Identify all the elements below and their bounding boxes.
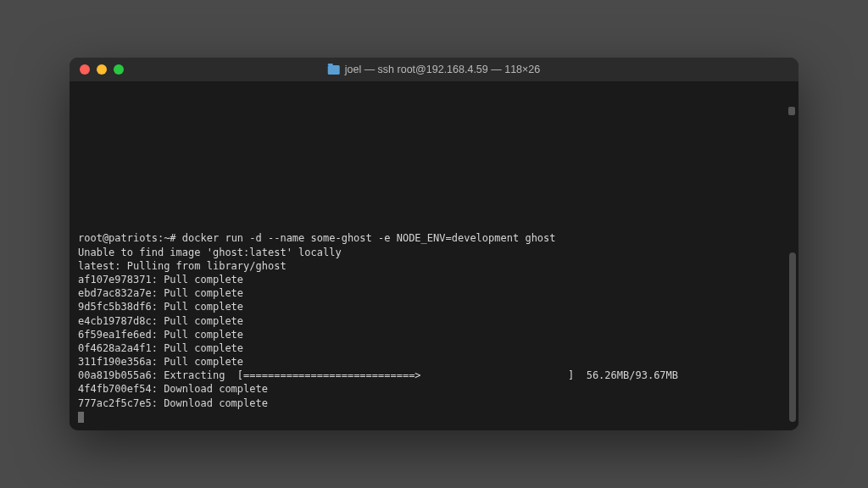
window-title: joel — ssh root@192.168.4.59 — 118×26 (328, 64, 541, 75)
command: docker run -d --name some-ghost -e NODE_… (182, 232, 556, 244)
output-line: 311f190e356a: Pull complete (78, 355, 790, 369)
output-line: Unable to find image 'ghost:latest' loca… (78, 246, 790, 259)
scrollbar-thumb[interactable] (789, 252, 796, 422)
output-line: ebd7ac832a7e: Pull complete (78, 286, 790, 300)
output-line: latest: Pulling from library/ghost (78, 259, 790, 273)
output-line: 777ac2f5c7e5: Download complete (78, 396, 790, 410)
prompt: root@patriots:~# (78, 232, 182, 244)
terminal-output: root@patriots:~# docker run -d --name so… (78, 88, 790, 424)
cursor (78, 412, 84, 423)
scroll-indicator (788, 107, 795, 115)
progress-size: 56.26MB/93.67MB (587, 369, 678, 381)
output-line: af107e978371: Pull complete (78, 273, 790, 286)
minimize-icon[interactable] (97, 64, 107, 75)
output-line: 6f59ea1fe6ed: Pull complete (78, 328, 790, 341)
traffic-lights (80, 64, 124, 75)
title-text: joel — ssh root@192.168.4.59 — 118×26 (345, 64, 541, 75)
progress-bar: [============================> ] (237, 369, 574, 381)
maximize-icon[interactable] (114, 64, 124, 75)
output-line: 4f4fb700ef54: Download complete (78, 382, 790, 396)
terminal-body[interactable]: root@patriots:~# docker run -d --name so… (70, 81, 798, 430)
output-line: 0f4628a2a4f1: Pull complete (78, 341, 790, 355)
output-line: 9d5fc5b38df6: Pull complete (78, 300, 790, 313)
terminal-window: joel — ssh root@192.168.4.59 — 118×26 ro… (70, 58, 798, 430)
folder-icon (328, 65, 340, 75)
output-line: e4cb19787d8c: Pull complete (78, 314, 790, 328)
extracting-line: 00a819b055a6: Extracting [==============… (78, 369, 790, 382)
close-icon[interactable] (80, 64, 90, 75)
titlebar[interactable]: joel — ssh root@192.168.4.59 — 118×26 (70, 58, 798, 81)
